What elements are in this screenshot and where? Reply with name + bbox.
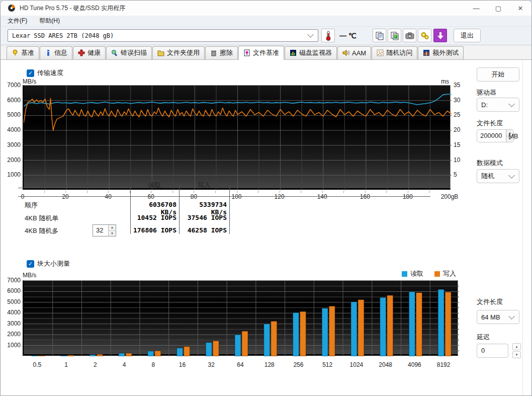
tab-disk-monitor[interactable]: 磁盘监视器 xyxy=(285,46,337,59)
y-tick-label: 2000 xyxy=(4,331,21,338)
start-button[interactable]: 开始 xyxy=(477,67,519,82)
tab-erase[interactable]: 擦除 xyxy=(205,46,238,59)
drive-letter-select[interactable]: D: xyxy=(477,98,519,112)
delay-input[interactable]: 0 xyxy=(477,344,508,358)
tab-info[interactable]: 信息 xyxy=(40,46,72,59)
temperature-button[interactable] xyxy=(321,29,335,42)
spin-up-icon[interactable]: ▲ xyxy=(512,343,521,350)
y-axis-unit-top-chart: MB/s xyxy=(23,78,36,85)
tab-bar: 基准信息健康错误扫描文件夹使用擦除文件基准磁盘监视器AAM随机访问额外测试 xyxy=(1,46,531,60)
tab-label: 擦除 xyxy=(220,48,233,57)
y-tick-label: 5000 xyxy=(4,298,21,305)
y-tick-label: 5000 xyxy=(4,111,21,118)
x-tick-label: 0.5 xyxy=(25,361,49,368)
block-file-length-label: 文件长度 xyxy=(477,297,503,306)
legend-label: 读取 xyxy=(410,269,423,278)
file-length-value: 200000 xyxy=(477,130,506,142)
tab-label: 文件基准 xyxy=(253,48,279,57)
row-label: 4KB 随机单 xyxy=(25,214,58,223)
chevron-down-icon xyxy=(508,313,515,320)
checkbox-check-icon: ✓ xyxy=(27,69,34,77)
x-tick-label: 128 xyxy=(257,361,282,368)
tab-folder-usage[interactable]: 文件夹使用 xyxy=(152,46,205,59)
spinner-arrows[interactable]: ▲▼ xyxy=(108,225,116,236)
legend-swatch xyxy=(402,271,407,277)
table-header-rule xyxy=(18,196,430,197)
legend-swatch xyxy=(434,271,440,277)
cell-read: 10452 IOPS xyxy=(130,214,176,221)
queue-depth-spinner[interactable]: 32▲▼ xyxy=(93,224,116,236)
save-screenshot-button[interactable] xyxy=(403,29,416,42)
spin-up-icon[interactable]: ▲ xyxy=(109,225,116,231)
error-scan-icon xyxy=(111,49,118,56)
block-size-label: 块大小测量 xyxy=(37,259,70,268)
y-axis-unit-bar-chart: MB/s xyxy=(23,272,36,279)
tab-label: AAM xyxy=(352,49,366,57)
health-icon xyxy=(78,49,85,56)
minimize-button[interactable]: — xyxy=(465,1,487,16)
legend-item: 读取 xyxy=(402,269,423,278)
y-tick-label: 1000 xyxy=(4,171,21,178)
folder-usage-icon xyxy=(157,49,164,56)
tab-random-access[interactable]: 随机访问 xyxy=(372,46,417,59)
y2-tick-label: 15 xyxy=(454,141,469,148)
close-button[interactable]: ✕ xyxy=(509,1,531,16)
legend-label: 写入 xyxy=(443,269,456,278)
x-tick-label: 1024 xyxy=(344,361,369,368)
queue-depth-value: 32 xyxy=(93,225,108,236)
tab-aam[interactable]: AAM xyxy=(337,46,371,59)
row-label: 顺序 xyxy=(25,201,38,210)
menu-file[interactable]: 文件(F) xyxy=(3,16,32,26)
erase-icon xyxy=(210,49,217,56)
x-tick-label: 1 xyxy=(54,361,78,368)
copy-image-icon xyxy=(390,31,399,40)
title-bar: HD Tune Pro 5.75 - 硬盘/SSD 实用程序 — ▢ ✕ xyxy=(1,1,531,16)
transfer-speed-checkbox[interactable]: ✓ 传输速度 xyxy=(27,68,63,77)
spin-down-icon[interactable]: ▼ xyxy=(109,231,116,236)
exit-button[interactable]: 退出 xyxy=(454,29,481,42)
spin-down-icon[interactable]: ▼ xyxy=(512,351,521,358)
tab-extra-tests[interactable]: 额外测试 xyxy=(418,46,464,59)
table-top-rule xyxy=(18,188,130,188)
y2-tick-label: 25 xyxy=(454,111,469,118)
block-file-length-select[interactable]: 64 MB xyxy=(477,310,519,324)
options-button[interactable] xyxy=(418,29,431,42)
y-tick-label: 4000 xyxy=(4,126,21,133)
table-column-rule xyxy=(229,186,230,234)
x-tick-label: 2048 xyxy=(374,361,398,368)
y-tick-label: 4000 xyxy=(4,309,21,316)
y-tick-label: 7000 xyxy=(4,277,21,284)
delay-spinner[interactable]: ▲ ▼ xyxy=(512,343,521,358)
panel-divider xyxy=(522,60,523,396)
transfer-speed-label: 传输速度 xyxy=(37,68,63,77)
x-tick-label: 64 xyxy=(228,361,252,368)
legend-item: 写入 xyxy=(434,269,456,278)
tab-label: 健康 xyxy=(87,48,101,57)
y-tick-label: 2000 xyxy=(4,156,21,164)
copy-screenshot-button[interactable] xyxy=(388,29,401,42)
tab-file-benchmark[interactable]: 文件基准 xyxy=(238,46,284,60)
results-table: 读取写入顺序6036708 KB/s5339734 KB/s4KB 随机单104… xyxy=(1,188,522,253)
col-header-write: 写入 xyxy=(179,181,229,190)
cell-write: 37546 IOPS xyxy=(181,214,227,221)
maximize-button[interactable]: ▢ xyxy=(487,1,509,16)
tab-label: 磁盘监视器 xyxy=(299,48,332,57)
chevron-down-icon xyxy=(508,172,515,179)
data-mode-select[interactable]: 随机 xyxy=(477,169,519,183)
save-results-button[interactable] xyxy=(433,29,447,42)
menu-help[interactable]: 帮助(H) xyxy=(34,16,65,26)
copy-icon xyxy=(375,31,384,40)
delay-label: 延迟 xyxy=(477,333,490,342)
drive-select[interactable]: Lexar SSD ARES 2TB (2048 gB) xyxy=(8,29,318,42)
table-column-rule xyxy=(179,186,180,234)
drive-select-value: Lexar SSD ARES 2TB (2048 gB) xyxy=(8,32,308,39)
tab-error-scan[interactable]: 错误扫描 xyxy=(106,46,152,59)
block-size-checkbox[interactable]: ✓ 块大小测量 xyxy=(27,259,70,268)
tab-health[interactable]: 健康 xyxy=(73,46,106,59)
random-access-icon xyxy=(377,49,384,56)
tab-label: 错误扫描 xyxy=(121,48,147,57)
tab-benchmark[interactable]: 基准 xyxy=(7,46,39,59)
copy-text-button[interactable] xyxy=(373,29,386,42)
temperature-readout: — ℃ xyxy=(339,32,357,40)
transfer-speed-chart xyxy=(23,85,451,190)
